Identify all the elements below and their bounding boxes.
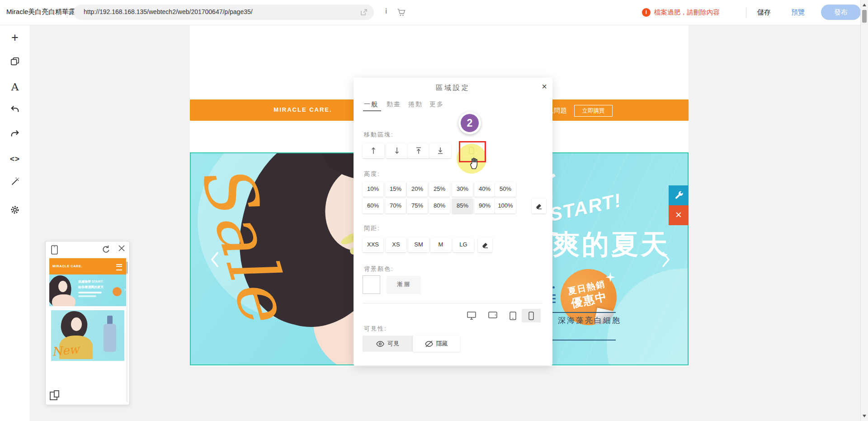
serum-bottle <box>107 316 113 325</box>
preview-brand: MIRACLE CARE. <box>52 264 82 268</box>
height-20[interactable]: 20% <box>407 182 428 197</box>
list-dash <box>552 298 556 299</box>
height-15[interactable]: 15% <box>385 182 406 197</box>
refresh-icon[interactable] <box>102 245 110 253</box>
tab-more[interactable]: 更多 <box>429 100 444 109</box>
preview-scrollbar-thumb[interactable] <box>126 262 128 274</box>
duplicate-button[interactable] <box>0 57 30 72</box>
height-40[interactable]: 40% <box>474 182 495 197</box>
height-100[interactable]: 100% <box>495 199 516 213</box>
height-70[interactable]: 70% <box>385 199 406 213</box>
eraser-icon <box>535 202 542 209</box>
height-80[interactable]: 80% <box>429 199 450 213</box>
spacing-lg[interactable]: LG <box>453 237 474 252</box>
preview-next-arrow: › <box>124 287 126 292</box>
preview-hero-line2: 給你最清爽的夏天 <box>78 285 104 289</box>
modal-close-icon[interactable]: × <box>542 81 547 92</box>
hidden-button[interactable]: 隱藏 <box>413 336 460 352</box>
height-60[interactable]: 60% <box>363 199 383 213</box>
device-desktop-button[interactable] <box>462 309 481 322</box>
arrow-up-icon <box>371 147 376 155</box>
add-element-button[interactable]: + <box>0 31 30 46</box>
preview-scrollbar[interactable] <box>126 258 128 402</box>
phone-icon <box>51 245 58 255</box>
height-10[interactable]: 10% <box>363 182 383 197</box>
tab-animation[interactable]: 動畫 <box>387 100 401 109</box>
save-button[interactable]: 儲存 <box>757 8 771 17</box>
color-swatch[interactable] <box>363 275 380 294</box>
height-50[interactable]: 50% <box>495 182 516 197</box>
window-scrollbar[interactable] <box>860 0 868 421</box>
spacing-clear-button[interactable] <box>478 237 492 252</box>
code-icon: <> <box>10 155 20 163</box>
undo-button[interactable] <box>0 104 30 120</box>
scrollbar-thumb[interactable] <box>862 10 867 23</box>
cursor-hand-icon <box>467 156 480 170</box>
publish-button[interactable]: 發布 <box>821 5 861 20</box>
spacing-sm[interactable]: SM <box>408 237 429 252</box>
spacing-xs[interactable]: XS <box>386 237 406 252</box>
move-down-button[interactable] <box>386 143 408 158</box>
redo-button[interactable] <box>0 129 30 144</box>
tablet-landscape-icon <box>488 312 497 318</box>
text-icon: A <box>11 81 19 93</box>
device-tablet-portrait-button[interactable] <box>503 309 522 322</box>
url-bar[interactable]: http://192.168.168.135/webtech2/web/2017… <box>74 5 374 20</box>
scroll-up-arrow[interactable] <box>863 4 866 6</box>
scroll-down-arrow[interactable] <box>863 415 866 417</box>
magic-wand-button[interactable] <box>0 177 30 192</box>
preview-button[interactable]: 預覽 <box>791 8 805 17</box>
url-text: http://192.168.168.135/webtech2/web/2017… <box>84 8 253 15</box>
device-tablet-landscape-button[interactable] <box>483 309 502 322</box>
device-switch-icon[interactable] <box>49 390 61 402</box>
visible-label: 可見 <box>387 340 399 348</box>
block-settings-button[interactable] <box>669 185 689 205</box>
tab-scroll[interactable]: 捲動 <box>408 100 423 109</box>
height-90[interactable]: 90% <box>474 199 495 213</box>
hero-headline: 爽的夏天 <box>552 227 670 263</box>
move-up-button[interactable] <box>363 143 384 158</box>
top-bar: Miracle美白亮白精華露 http://192.168.168.135/we… <box>0 0 868 25</box>
height-25[interactable]: 25% <box>429 182 450 197</box>
arrow-to-top-icon <box>416 147 421 155</box>
mobile-preview-panel: MIRACLE CARE. 肌膚換季 START! 給你最清爽的夏天 › New <box>45 241 130 405</box>
move-to-top-button[interactable] <box>408 143 429 158</box>
caption-rule <box>552 312 616 313</box>
buy-now-button[interactable]: 立即購買 <box>574 105 613 117</box>
tab-general[interactable]: 一般 <box>364 100 378 109</box>
gear-icon <box>10 205 20 215</box>
undo-icon <box>10 104 20 114</box>
preview-model <box>71 317 82 331</box>
info-icon[interactable]: i <box>385 7 387 15</box>
spacing-xxs[interactable]: XXS <box>363 237 383 252</box>
area-settings-modal: 區域設定 × 一般 動畫 捲動 更多 移動區塊: 2 高度: 10% 15% 2… <box>354 78 552 365</box>
code-button[interactable]: <> <box>0 152 30 168</box>
height-30[interactable]: 30% <box>452 182 473 197</box>
height-clear-button[interactable] <box>532 199 546 213</box>
redo-icon <box>10 129 20 139</box>
preview-product-image: New <box>51 310 124 361</box>
visible-button[interactable]: 可見 <box>363 336 413 352</box>
text-tool-button[interactable]: A <box>0 80 30 95</box>
close-icon[interactable] <box>118 245 125 252</box>
height-85-selected[interactable]: 85% <box>452 199 473 213</box>
preview-navbar: MIRACLE CARE. <box>49 258 126 274</box>
settings-button[interactable] <box>0 205 30 220</box>
eye-icon <box>376 341 384 347</box>
close-icon: × <box>675 208 682 221</box>
device-mobile-button[interactable] <box>522 309 541 322</box>
block-delete-button[interactable]: × <box>669 205 689 225</box>
spacing-m[interactable]: M <box>430 237 451 252</box>
divider <box>363 303 542 303</box>
cart-icon[interactable] <box>397 8 406 17</box>
divider <box>746 7 746 18</box>
move-to-bottom-button[interactable] <box>429 143 451 158</box>
external-link-icon[interactable] <box>360 9 368 16</box>
modal-title: 區域設定 <box>354 84 552 92</box>
list-dot <box>552 286 555 289</box>
background-color-label: 背景顏色: <box>364 265 394 273</box>
prev-arrow[interactable] <box>210 251 220 268</box>
gradient-button[interactable]: 漸層 <box>387 276 420 293</box>
height-75[interactable]: 75% <box>407 199 428 213</box>
preview-hero: 肌膚換季 START! 給你最清爽的夏天 › <box>49 274 126 306</box>
